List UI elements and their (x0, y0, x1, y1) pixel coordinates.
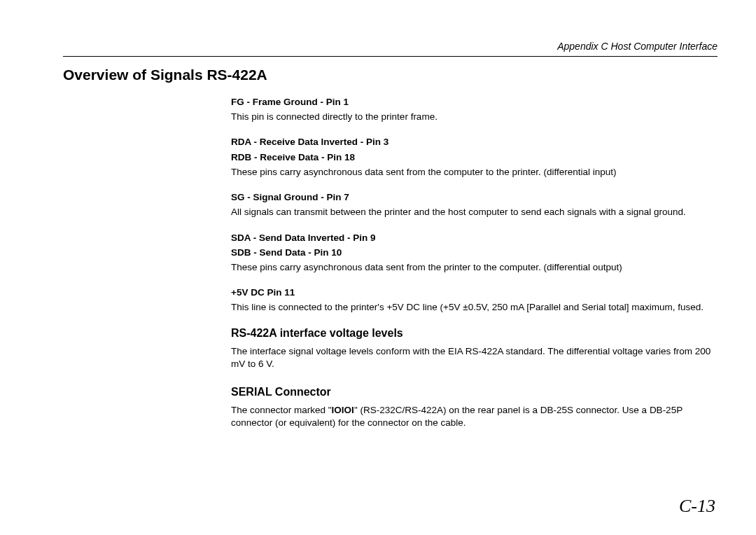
signal-sda: SDA - Send Data Inverted - Pin 9 SDB - S… (63, 232, 718, 275)
signal-fg-desc: This pin is connected directly to the pr… (231, 111, 718, 123)
main-heading: Overview of Signals RS-422A (63, 67, 718, 83)
signal-rda-desc: These pins carry asynchronous data sent … (231, 166, 718, 179)
signal-sg-heading: SG - Signal Ground - Pin 7 (231, 191, 718, 204)
signal-sg-desc: All signals can transmit between the pri… (231, 206, 718, 218)
voltage-section: RS-422A interface voltage levels The int… (63, 327, 718, 370)
serial-desc: The connector marked "IOIOI" (RS-232C/RS… (231, 404, 718, 429)
signal-sda-heading2: SDB - Send Data - Pin 10 (231, 246, 718, 259)
signal-v5-desc: This line is connected to the printer's … (231, 301, 718, 314)
header-title: Host Computer Interface (608, 41, 718, 52)
serial-desc-bold: IOIOI (332, 405, 354, 415)
signal-sda-heading1: SDA - Send Data Inverted - Pin 9 (231, 232, 718, 244)
signal-rda-heading1: RDA - Receive Data Inverted - Pin 3 (231, 136, 718, 148)
signal-rda-heading2: RDB - Receive Data - Pin 18 (231, 151, 718, 164)
signal-v5-heading: +5V DC Pin 11 (231, 286, 718, 299)
header-appendix: Appendix C (557, 41, 608, 52)
serial-heading: SERIAL Connector (63, 386, 718, 398)
voltage-heading: RS-422A interface voltage levels (63, 327, 718, 340)
serial-desc-pre: The connector marked " (231, 405, 332, 415)
signal-sg: SG - Signal Ground - Pin 7 All signals c… (63, 191, 718, 218)
voltage-desc-block: The interface signal voltage levels conf… (63, 345, 718, 370)
voltage-desc: The interface signal voltage levels conf… (231, 345, 718, 370)
page-header: Appendix C Host Computer Interface (63, 41, 718, 57)
page-container: Appendix C Host Computer Interface Overv… (0, 0, 756, 473)
serial-section: SERIAL Connector The connector marked "I… (63, 386, 718, 429)
signal-sda-desc: These pins carry asynchronous data sent … (231, 261, 718, 274)
signal-rda: RDA - Receive Data Inverted - Pin 3 RDB … (63, 136, 718, 179)
signal-fg: FG - Frame Ground - Pin 1 This pin is co… (63, 96, 718, 123)
signal-fg-heading: FG - Frame Ground - Pin 1 (231, 96, 718, 109)
page-number: C-13 (679, 496, 715, 517)
signal-v5: +5V DC Pin 11 This line is connected to … (63, 286, 718, 314)
serial-desc-block: The connector marked "IOIOI" (RS-232C/RS… (63, 404, 718, 429)
